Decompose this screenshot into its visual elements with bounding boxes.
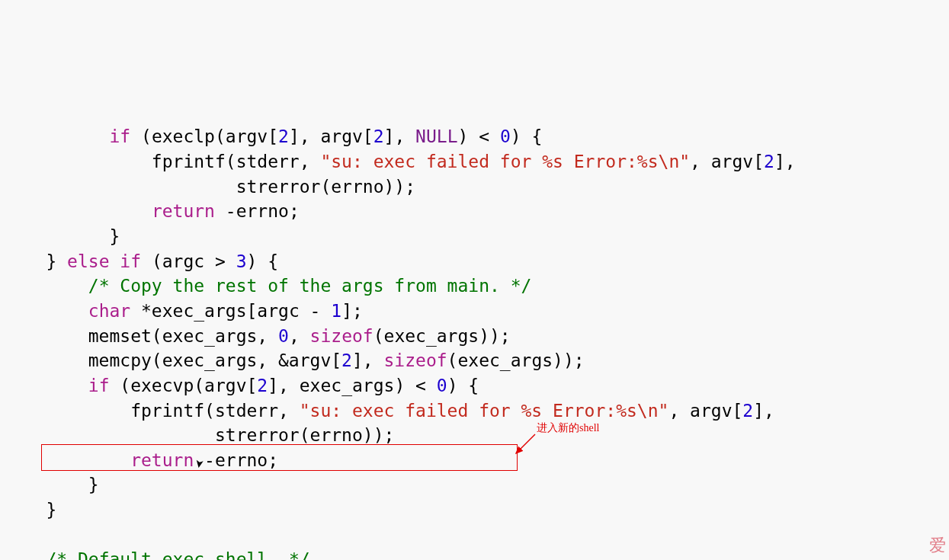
code-line: } else if (argc > 3) { <box>4 251 278 271</box>
code-line: return -errno; <box>4 450 278 470</box>
code-line: /* Copy the rest of the args from main. … <box>4 276 531 296</box>
code-line: } <box>4 500 56 520</box>
code-line: strerror(errno)); <box>4 425 394 445</box>
code-line: if (execvp(argv[2], exec_args) < 0) { <box>4 376 479 395</box>
code-line: memset(exec_args, 0, sizeof(exec_args)); <box>4 326 511 346</box>
code-line: return -errno; <box>4 201 300 221</box>
annotation-text: 进入新的shell <box>537 423 599 434</box>
code-line: fprintf(stderr, "su: exec failed for %s … <box>4 401 774 421</box>
code-line: fprintf(stderr, "su: exec failed for %s … <box>4 152 796 171</box>
code-line: /* Default exec shell. */ <box>4 549 310 560</box>
code-line: } <box>4 226 120 246</box>
code-line: } <box>4 475 99 494</box>
code-line: if (execlp(argv[2], argv[2], NULL) < 0) … <box>4 126 542 146</box>
code-block: if (execlp(argv[2], argv[2], NULL) < 0) … <box>0 100 949 560</box>
code-line: memcpy(exec_args, &argv[2], sizeof(exec_… <box>4 350 585 370</box>
watermark-icon: 爱 <box>929 533 946 557</box>
code-line: strerror(errno)); <box>4 177 415 197</box>
code-line: char *exec_args[argc - 1]; <box>4 301 363 321</box>
